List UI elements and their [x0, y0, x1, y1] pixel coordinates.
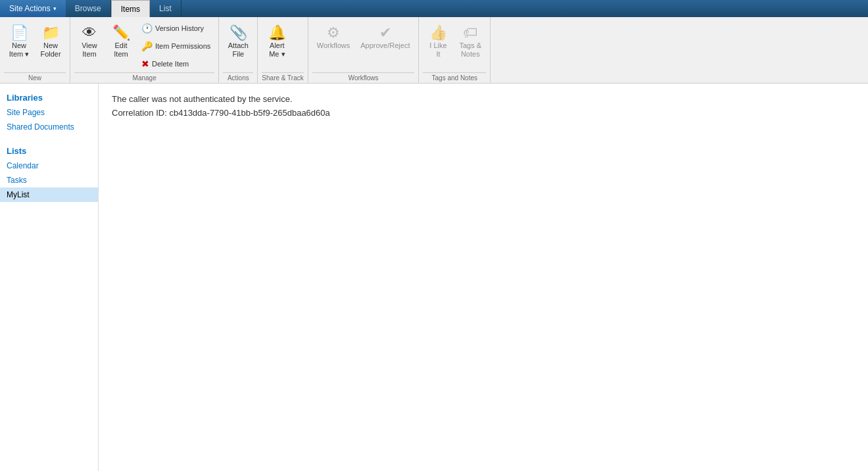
delete-item-button[interactable]: Delete Item [137, 55, 214, 72]
version-history-icon [141, 22, 153, 34]
tab-list[interactable]: List [150, 0, 181, 17]
sidebar-item-site-pages[interactable]: Site Pages [0, 105, 98, 120]
i-like-it-button: I LikeIt [423, 20, 453, 62]
tags-notes-icon [463, 23, 477, 40]
correlation-id: Correlation ID: cb413dda-7790-41bb-b5f9-… [112, 108, 855, 118]
ribbon-group-share-content: AlertMe ▾ [262, 20, 303, 72]
ribbon-toolbar: NewItem ▾ NewFolder New ViewItem EditIte… [0, 17, 868, 84]
ribbon-group-manage-content: ViewItem EditItem Version History Item P… [74, 20, 214, 72]
tasks-label: Tasks [7, 176, 27, 185]
sidebar-item-tasks[interactable]: Tasks [0, 173, 98, 187]
ribbon-group-actions-content: AttachFile [223, 20, 253, 72]
site-pages-label: Site Pages [7, 108, 45, 117]
edit-item-icon [112, 23, 130, 40]
site-actions-arrow-icon: ▾ [53, 5, 57, 12]
alert-me-icon [268, 23, 286, 40]
view-item-button[interactable]: ViewItem [74, 20, 105, 62]
tab-browse[interactable]: Browse [66, 0, 111, 17]
view-item-label: ViewItem [82, 41, 97, 59]
ribbon-group-actions: AttachFile Actions [219, 17, 258, 83]
content-area: The caller was not authenticated by the … [99, 84, 868, 471]
approve-reject-button: Approve/Reject [356, 20, 414, 53]
new-item-button[interactable]: NewItem ▾ [4, 20, 34, 62]
alert-me-label: AlertMe ▾ [269, 41, 285, 59]
edit-item-label: EditItem [114, 41, 128, 59]
ribbon-group-manage: ViewItem EditItem Version History Item P… [70, 17, 219, 83]
ribbon-group-tags-content: I LikeIt Tags &Notes [423, 20, 486, 72]
new-item-icon [11, 23, 28, 40]
items-label: Items [121, 5, 140, 14]
version-history-label: Version History [155, 24, 204, 32]
sidebar-item-mylist[interactable]: MyList [0, 187, 98, 202]
attach-file-icon [229, 23, 247, 40]
workflows-icon [327, 23, 340, 40]
manage-small-buttons: Version History Item Permissions Delete … [137, 20, 214, 72]
actions-group-label: Actions [223, 72, 253, 83]
tab-site-actions[interactable]: Site Actions ▾ [0, 0, 66, 17]
item-permissions-icon [141, 40, 153, 52]
sidebar-item-calendar[interactable]: Calendar [0, 159, 98, 173]
ribbon-group-workflows-content: Workflows Approve/Reject [312, 20, 415, 72]
correlation-label: Correlation ID: [112, 108, 167, 118]
delete-item-icon [141, 58, 149, 70]
browse-label: Browse [75, 4, 101, 13]
attach-file-button[interactable]: AttachFile [223, 20, 253, 62]
calendar-label: Calendar [7, 161, 39, 170]
tags-notes-button: Tags &Notes [454, 20, 486, 62]
ribbon-group-tags-notes: I LikeIt Tags &Notes Tags and Notes [419, 17, 491, 83]
alert-me-button[interactable]: AlertMe ▾ [262, 20, 292, 62]
ribbon-group-share-track: AlertMe ▾ Share & Track [258, 17, 308, 83]
workflows-button: Workflows [312, 20, 355, 53]
ribbon-tabs: Site Actions ▾ Browse Items List [0, 0, 868, 17]
new-folder-label: NewFolder [40, 41, 60, 59]
new-folder-icon [42, 23, 60, 40]
view-item-icon [82, 23, 97, 40]
new-group-label: New [4, 72, 66, 83]
new-item-label: NewItem ▾ [9, 41, 29, 59]
i-like-it-icon [429, 23, 447, 40]
list-label: List [159, 4, 172, 13]
share-track-group-label: Share & Track [262, 72, 303, 83]
version-history-button[interactable]: Version History [137, 20, 214, 37]
tags-notes-label: Tags &Notes [459, 41, 481, 59]
item-permissions-button[interactable]: Item Permissions [137, 37, 214, 55]
item-permissions-label: Item Permissions [155, 42, 210, 50]
site-actions-label: Site Actions [9, 4, 51, 13]
sidebar: Libraries Site Pages Shared Documents Li… [0, 84, 99, 471]
shared-documents-label: Shared Documents [7, 122, 74, 132]
correlation-id-value: cb413dda-7790-41bb-b5f9-265dbaa6d60a [169, 108, 329, 118]
i-like-it-label: I LikeIt [429, 41, 446, 59]
attach-file-label: AttachFile [228, 41, 249, 59]
tab-items[interactable]: Items [111, 0, 150, 17]
sidebar-item-shared-documents[interactable]: Shared Documents [0, 120, 98, 134]
approve-reject-icon [379, 23, 391, 40]
workflows-label: Workflows [317, 41, 350, 50]
main-layout: Libraries Site Pages Shared Documents Li… [0, 84, 868, 471]
approve-reject-label: Approve/Reject [360, 41, 410, 50]
lists-section-label: Lists [0, 142, 98, 159]
workflows-group-label: Workflows [312, 72, 415, 83]
libraries-section-label: Libraries [0, 89, 98, 105]
ribbon-group-new: NewItem ▾ NewFolder New [0, 17, 70, 83]
ribbon-group-workflows: Workflows Approve/Reject Workflows [308, 17, 420, 83]
delete-item-label: Delete Item [152, 60, 189, 68]
error-message: The caller was not authenticated by the … [112, 94, 855, 104]
new-folder-button[interactable]: NewFolder [36, 20, 66, 62]
ribbon-group-new-content: NewItem ▾ NewFolder [4, 20, 66, 72]
manage-group-label: Manage [74, 72, 214, 83]
mylist-label: MyList [7, 190, 30, 199]
edit-item-button[interactable]: EditItem [106, 20, 136, 62]
tags-notes-group-label: Tags and Notes [423, 72, 486, 83]
